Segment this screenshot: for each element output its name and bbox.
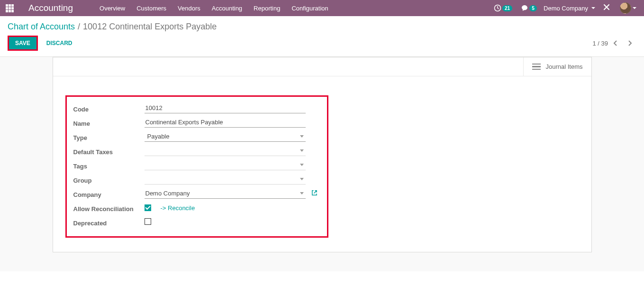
nav-accounting[interactable]: Accounting [206, 1, 248, 16]
form-sheet: Journal Items Code Name Type [53, 57, 592, 252]
label-company: Company [73, 189, 145, 198]
field-group: Group [73, 173, 320, 186]
chat-icon [521, 4, 528, 12]
apps-icon[interactable] [6, 4, 15, 12]
form-highlight: Code Name Type [65, 95, 328, 238]
label-tags: Tags [73, 161, 145, 170]
breadcrumb-parent[interactable]: Chart of Accounts [8, 22, 75, 32]
field-name: Name [73, 116, 320, 129]
main-navbar: Accounting Overview Customers Vendors Ac… [0, 0, 644, 16]
debug-close-icon[interactable] [600, 3, 613, 13]
field-code: Code [73, 102, 320, 115]
default-taxes-select[interactable] [145, 146, 306, 156]
label-name: Name [73, 118, 145, 127]
clock-icon [494, 4, 501, 12]
nav-menu: Overview Customers Vendors Accounting Re… [94, 1, 334, 16]
label-deprecated: Deprecated [73, 218, 145, 227]
button-box: Journal Items [53, 57, 591, 76]
company-switcher[interactable]: Demo Company [544, 5, 595, 12]
breadcrumb-current: 10012 Continental Exports Payable [83, 22, 217, 32]
label-allow-reconciliation: Allow Reconciliation [73, 204, 145, 213]
company-name: Demo Company [544, 5, 588, 12]
breadcrumb-separator: / [78, 22, 80, 32]
group-select[interactable] [145, 174, 306, 185]
chevron-down-icon [591, 7, 595, 9]
field-company: Company [73, 187, 320, 200]
chevron-down-icon [633, 7, 636, 9]
external-link-icon[interactable] [311, 190, 317, 197]
field-tags: Tags [73, 158, 320, 172]
pager-previous[interactable] [609, 38, 622, 48]
nav-overview[interactable]: Overview [94, 1, 131, 16]
list-icon [532, 64, 541, 70]
breadcrumb: Chart of Accounts / 10012 Continental Ex… [0, 16, 644, 34]
allow-reconciliation-checkbox[interactable] [145, 204, 151, 211]
deprecated-checkbox[interactable] [145, 218, 151, 225]
activities-badge: 21 [502, 5, 512, 11]
form-body: Code Name Type [53, 76, 591, 252]
journal-items-button[interactable]: Journal Items [523, 57, 591, 76]
activities-button[interactable]: 21 [492, 4, 514, 12]
label-code: Code [73, 104, 145, 113]
tags-select[interactable] [145, 160, 306, 170]
chevron-left-icon [613, 40, 618, 46]
field-deprecated: Deprecated [73, 215, 320, 229]
app-title: Accounting [28, 3, 73, 13]
label-type: Type [73, 132, 145, 141]
field-type: Type [73, 130, 320, 143]
journal-items-label: Journal Items [545, 63, 582, 70]
label-default-taxes: Default Taxes [73, 147, 145, 156]
chevron-right-icon [627, 40, 633, 46]
control-panel: Chart of Accounts / 10012 Continental Ex… [0, 16, 644, 57]
messaging-button[interactable]: 5 [519, 4, 539, 12]
nav-right: 21 5 Demo Company [492, 2, 638, 14]
reconcile-link[interactable]: -> Reconcile [161, 204, 195, 212]
type-select[interactable] [145, 131, 306, 142]
pager: 1 / 39 [592, 38, 636, 48]
nav-vendors[interactable]: Vendors [172, 1, 206, 16]
nav-customers[interactable]: Customers [131, 1, 172, 16]
field-default-taxes: Default Taxes [73, 144, 320, 157]
label-group: Group [73, 175, 145, 184]
messages-badge: 5 [529, 5, 537, 11]
pager-value[interactable]: 1 / 39 [592, 40, 608, 47]
company-select[interactable] [145, 188, 306, 199]
name-input[interactable] [145, 117, 306, 128]
discard-button[interactable]: DISCARD [40, 37, 79, 50]
code-input[interactable] [145, 103, 306, 113]
pager-next[interactable] [623, 38, 636, 48]
user-menu[interactable] [618, 2, 638, 14]
nav-configuration[interactable]: Configuration [286, 1, 334, 16]
form-view: Journal Items Code Name Type [0, 57, 644, 271]
avatar [620, 2, 631, 14]
nav-reporting[interactable]: Reporting [248, 1, 286, 16]
field-allow-reconciliation: Allow Reconciliation -> Reconcile [73, 201, 320, 214]
save-button[interactable]: SAVE [9, 37, 36, 49]
save-highlight: SAVE [8, 36, 38, 51]
control-row: SAVE DISCARD 1 / 39 [0, 34, 644, 56]
